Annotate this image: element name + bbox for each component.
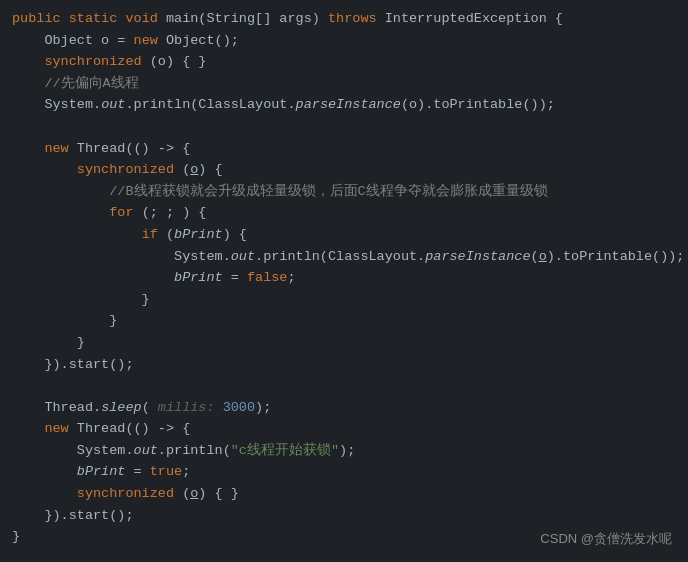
sleep-end: ); — [255, 397, 271, 419]
comment-2: //B线程获锁就会升级成轻量级锁，后面C线程争夺就会膨胀成重量级锁 — [109, 181, 547, 203]
line-indent — [12, 202, 109, 224]
sleep-paren: ( — [142, 397, 158, 419]
type-object: Object o = — [44, 30, 133, 52]
code-line-15: } — [0, 310, 688, 332]
code-line-17: }).start(); — [0, 354, 688, 376]
line-indent — [12, 418, 44, 440]
code-line-9: //B线程获锁就会升级成轻量级锁，后面C线程争夺就会膨胀成重量级锁 — [0, 181, 688, 203]
keyword-synchronized: synchronized — [44, 51, 149, 73]
if-paren-close: ) { — [223, 224, 247, 246]
closing-brace-3: } — [12, 332, 85, 354]
keyword-new-3: new — [44, 418, 76, 440]
println-end: ); — [339, 440, 355, 462]
thread-start: }).start(); — [12, 354, 134, 376]
thread-constructor: Thread(() -> { — [77, 138, 190, 160]
keyword-public: public — [12, 8, 69, 30]
if-paren-open: ( — [166, 224, 174, 246]
keyword-synchronized-3: synchronized — [77, 483, 182, 505]
println-call-2: .println(ClassLayout. — [255, 246, 425, 268]
keyword-for: for — [109, 202, 141, 224]
out-field-2: out — [231, 246, 255, 268]
code-line-8: synchronized (o) { — [0, 159, 688, 181]
sync-paren-close: ) { — [198, 159, 222, 181]
exception-name: InterruptedException { — [385, 8, 563, 30]
thread-constructor-2: Thread(() -> { — [77, 418, 190, 440]
println-call-3: .println( — [158, 440, 231, 462]
keyword-if: if — [142, 224, 166, 246]
chain-end: ).toPrintable()); — [547, 246, 685, 268]
method-main: main(String[] args) — [166, 8, 328, 30]
code-line-19: Thread.sleep( millis: 3000); — [0, 397, 688, 419]
system-call: System. — [44, 94, 101, 116]
code-line-7: new Thread(() -> { — [0, 138, 688, 160]
assign-true: = — [125, 461, 149, 483]
sync-paren-open: ( — [182, 159, 190, 181]
semicolon-2: ; — [182, 461, 190, 483]
sync-empty: ) { } — [198, 483, 239, 505]
line-indent — [12, 461, 77, 483]
closing-brace-1: } — [12, 289, 150, 311]
watermark: CSDN @贪僧洗发水呢 — [540, 529, 672, 550]
code-line-21: System.out.println("c线程开始获锁"); — [0, 440, 688, 462]
line-indent — [12, 181, 109, 203]
line-indent — [12, 246, 174, 268]
line-indent — [12, 397, 44, 419]
parseinstance-call-2: parseInstance — [425, 246, 530, 268]
code-line-18 — [0, 375, 688, 397]
code-line-2: Object o = new Object(); — [0, 30, 688, 52]
code-line-16: } — [0, 332, 688, 354]
line-indent — [12, 94, 44, 116]
bprint-assign-2: bPrint — [77, 461, 126, 483]
string-c-thread: "c线程开始获锁" — [231, 440, 339, 462]
semicolon-1: ; — [287, 267, 295, 289]
code-line-3: synchronized (o) { } — [0, 51, 688, 73]
assign-false: = — [223, 267, 247, 289]
code-line-14: } — [0, 289, 688, 311]
keyword-throws: throws — [328, 8, 385, 30]
closing-brace-2: } — [12, 310, 117, 332]
keyword-new: new — [134, 30, 166, 52]
code-line-5: System.out.println(ClassLayout.parseInst… — [0, 94, 688, 116]
final-brace: } — [12, 526, 20, 548]
out-field-3: out — [134, 440, 158, 462]
keyword-void: void — [125, 8, 166, 30]
code-line-23: synchronized (o) { } — [0, 483, 688, 505]
system-call-2: System. — [174, 246, 231, 268]
code-line-20: new Thread(() -> { — [0, 418, 688, 440]
code-line-11: if (bPrint) { — [0, 224, 688, 246]
code-line-10: for (; ; ) { — [0, 202, 688, 224]
for-body: (; ; ) { — [142, 202, 207, 224]
thread-sleep: Thread. — [44, 397, 101, 419]
code-line-4: //先偏向A线程 — [0, 73, 688, 95]
code-line-6 — [0, 116, 688, 138]
bprint-var-italic: bPrint — [174, 224, 223, 246]
bprint-assign: bPrint — [174, 267, 223, 289]
line-indent — [12, 73, 44, 95]
out-field: out — [101, 94, 125, 116]
var-o-underlined: o — [190, 159, 198, 181]
code-line-22: bPrint = true; — [0, 461, 688, 483]
var-o-underlined-2: o — [539, 246, 547, 268]
code-editor: public static void main(String[] args) t… — [0, 0, 688, 562]
line-indent — [12, 483, 77, 505]
line-indent — [12, 267, 174, 289]
sleep-param — [215, 397, 223, 419]
code-line-1: public static void main(String[] args) t… — [0, 8, 688, 30]
sync-paren-open-2: ( — [182, 483, 190, 505]
keyword-true: true — [150, 461, 182, 483]
thread-start-2: }).start(); — [12, 505, 134, 527]
keyword-new-2: new — [44, 138, 76, 160]
keyword-synchronized-2: synchronized — [77, 159, 182, 181]
keyword-static: static — [69, 8, 126, 30]
code-line-12: System.out.println(ClassLayout.parseInst… — [0, 246, 688, 268]
line-indent — [12, 138, 44, 160]
keyword-false: false — [247, 267, 288, 289]
line-indent — [12, 159, 77, 181]
parseinstance-call: parseInstance — [296, 94, 401, 116]
line-indent — [12, 51, 44, 73]
sleep-method: sleep — [101, 397, 142, 419]
line-indent — [12, 440, 77, 462]
line-indent — [12, 30, 44, 52]
code-line-13: bPrint = false; — [0, 267, 688, 289]
var-o-underlined-3: o — [190, 483, 198, 505]
